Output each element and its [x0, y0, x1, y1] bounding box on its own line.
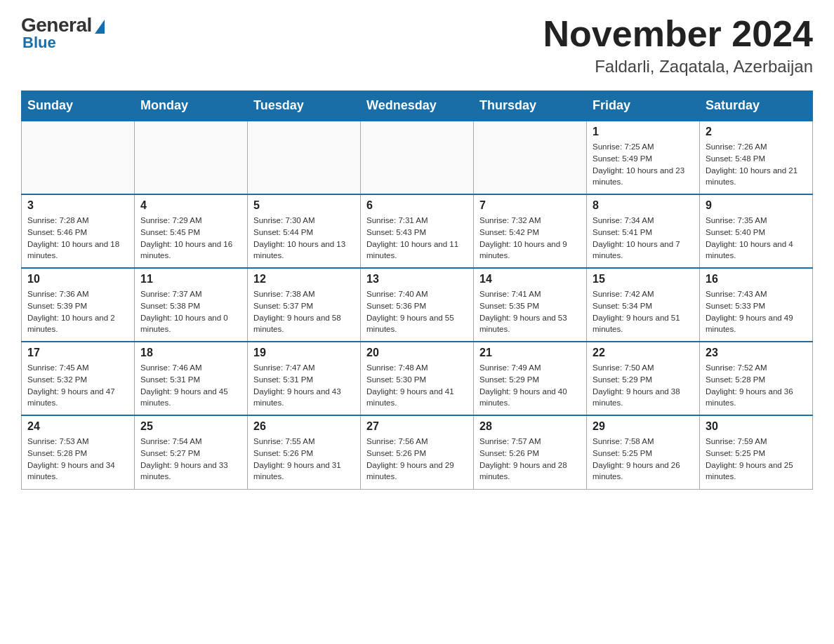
calendar-header-thursday: Thursday	[474, 91, 587, 121]
day-number: 21	[479, 347, 581, 359]
logo-blue-text: Blue	[21, 34, 56, 52]
day-info: Sunrise: 7:49 AM Sunset: 5:29 PM Dayligh…	[479, 362, 581, 409]
day-number: 29	[593, 420, 694, 433]
calendar-cell: 3Sunrise: 7:28 AM Sunset: 5:46 PM Daylig…	[22, 194, 135, 268]
calendar-cell: 24Sunrise: 7:53 AM Sunset: 5:28 PM Dayli…	[22, 415, 135, 489]
calendar-week-row-2: 3Sunrise: 7:28 AM Sunset: 5:46 PM Daylig…	[22, 194, 813, 268]
day-number: 22	[593, 347, 694, 359]
day-info: Sunrise: 7:55 AM Sunset: 5:26 PM Dayligh…	[253, 436, 355, 483]
calendar-cell: 2Sunrise: 7:26 AM Sunset: 5:48 PM Daylig…	[700, 121, 813, 194]
calendar-cell: 17Sunrise: 7:45 AM Sunset: 5:32 PM Dayli…	[22, 342, 135, 415]
calendar-cell: 26Sunrise: 7:55 AM Sunset: 5:26 PM Dayli…	[248, 415, 361, 489]
day-number: 15	[593, 273, 694, 286]
calendar-cell: 28Sunrise: 7:57 AM Sunset: 5:26 PM Dayli…	[474, 415, 587, 489]
day-info: Sunrise: 7:32 AM Sunset: 5:42 PM Dayligh…	[479, 215, 581, 262]
calendar-cell: 22Sunrise: 7:50 AM Sunset: 5:29 PM Dayli…	[587, 342, 700, 415]
calendar-cell: 19Sunrise: 7:47 AM Sunset: 5:31 PM Dayli…	[248, 342, 361, 415]
day-info: Sunrise: 7:59 AM Sunset: 5:25 PM Dayligh…	[706, 436, 807, 483]
day-number: 8	[593, 199, 694, 212]
day-info: Sunrise: 7:42 AM Sunset: 5:34 PM Dayligh…	[593, 288, 694, 335]
day-info: Sunrise: 7:26 AM Sunset: 5:48 PM Dayligh…	[706, 141, 807, 188]
day-info: Sunrise: 7:25 AM Sunset: 5:49 PM Dayligh…	[593, 141, 694, 188]
day-number: 20	[366, 347, 468, 359]
day-number: 13	[366, 273, 468, 286]
day-info: Sunrise: 7:48 AM Sunset: 5:30 PM Dayligh…	[366, 362, 468, 409]
calendar-cell: 25Sunrise: 7:54 AM Sunset: 5:27 PM Dayli…	[135, 415, 248, 489]
day-info: Sunrise: 7:58 AM Sunset: 5:25 PM Dayligh…	[593, 436, 694, 483]
calendar-table: SundayMondayTuesdayWednesdayThursdayFrid…	[21, 90, 813, 490]
day-info: Sunrise: 7:30 AM Sunset: 5:44 PM Dayligh…	[253, 215, 355, 262]
day-number: 25	[140, 420, 241, 433]
day-info: Sunrise: 7:50 AM Sunset: 5:29 PM Dayligh…	[593, 362, 694, 409]
calendar-week-row-4: 17Sunrise: 7:45 AM Sunset: 5:32 PM Dayli…	[22, 342, 813, 415]
day-number: 23	[706, 347, 807, 359]
calendar-cell: 7Sunrise: 7:32 AM Sunset: 5:42 PM Daylig…	[474, 194, 587, 268]
calendar-cell: 23Sunrise: 7:52 AM Sunset: 5:28 PM Dayli…	[700, 342, 813, 415]
calendar-week-row-5: 24Sunrise: 7:53 AM Sunset: 5:28 PM Dayli…	[22, 415, 813, 489]
calendar-cell: 15Sunrise: 7:42 AM Sunset: 5:34 PM Dayli…	[587, 268, 700, 342]
calendar-week-row-3: 10Sunrise: 7:36 AM Sunset: 5:39 PM Dayli…	[22, 268, 813, 342]
day-info: Sunrise: 7:57 AM Sunset: 5:26 PM Dayligh…	[479, 436, 581, 483]
calendar-cell: 18Sunrise: 7:46 AM Sunset: 5:31 PM Dayli…	[135, 342, 248, 415]
day-number: 12	[253, 273, 355, 286]
day-info: Sunrise: 7:53 AM Sunset: 5:28 PM Dayligh…	[27, 436, 128, 483]
day-info: Sunrise: 7:56 AM Sunset: 5:26 PM Dayligh…	[366, 436, 468, 483]
calendar-cell: 1Sunrise: 7:25 AM Sunset: 5:49 PM Daylig…	[587, 121, 700, 194]
day-number: 4	[140, 199, 241, 212]
day-info: Sunrise: 7:28 AM Sunset: 5:46 PM Dayligh…	[27, 215, 128, 262]
day-number: 27	[366, 420, 468, 433]
calendar-cell: 30Sunrise: 7:59 AM Sunset: 5:25 PM Dayli…	[700, 415, 813, 489]
month-year-title: November 2024	[543, 14, 813, 54]
calendar-cell: 20Sunrise: 7:48 AM Sunset: 5:30 PM Dayli…	[361, 342, 474, 415]
calendar-cell	[248, 121, 361, 194]
day-number: 6	[366, 199, 468, 212]
calendar-cell: 6Sunrise: 7:31 AM Sunset: 5:43 PM Daylig…	[361, 194, 474, 268]
day-number: 5	[253, 199, 355, 212]
day-info: Sunrise: 7:37 AM Sunset: 5:38 PM Dayligh…	[140, 288, 241, 335]
day-number: 30	[706, 420, 807, 433]
day-number: 17	[27, 347, 128, 359]
calendar-cell: 4Sunrise: 7:29 AM Sunset: 5:45 PM Daylig…	[135, 194, 248, 268]
day-info: Sunrise: 7:52 AM Sunset: 5:28 PM Dayligh…	[706, 362, 807, 409]
day-info: Sunrise: 7:34 AM Sunset: 5:41 PM Dayligh…	[593, 215, 694, 262]
day-number: 19	[253, 347, 355, 359]
day-info: Sunrise: 7:46 AM Sunset: 5:31 PM Dayligh…	[140, 362, 241, 409]
calendar-cell: 21Sunrise: 7:49 AM Sunset: 5:29 PM Dayli…	[474, 342, 587, 415]
day-number: 24	[27, 420, 128, 433]
calendar-header-tuesday: Tuesday	[248, 91, 361, 121]
calendar-cell	[474, 121, 587, 194]
calendar-cell: 11Sunrise: 7:37 AM Sunset: 5:38 PM Dayli…	[135, 268, 248, 342]
page-header: General Blue November 2024 Faldarli, Zaq…	[21, 14, 813, 76]
calendar-cell: 13Sunrise: 7:40 AM Sunset: 5:36 PM Dayli…	[361, 268, 474, 342]
calendar-cell: 12Sunrise: 7:38 AM Sunset: 5:37 PM Dayli…	[248, 268, 361, 342]
day-number: 10	[27, 273, 128, 286]
day-info: Sunrise: 7:43 AM Sunset: 5:33 PM Dayligh…	[706, 288, 807, 335]
calendar-header-row: SundayMondayTuesdayWednesdayThursdayFrid…	[22, 91, 813, 121]
day-info: Sunrise: 7:35 AM Sunset: 5:40 PM Dayligh…	[706, 215, 807, 262]
day-info: Sunrise: 7:36 AM Sunset: 5:39 PM Dayligh…	[27, 288, 128, 335]
calendar-cell	[22, 121, 135, 194]
day-info: Sunrise: 7:41 AM Sunset: 5:35 PM Dayligh…	[479, 288, 581, 335]
day-info: Sunrise: 7:54 AM Sunset: 5:27 PM Dayligh…	[140, 436, 241, 483]
day-number: 26	[253, 420, 355, 433]
day-number: 16	[706, 273, 807, 286]
calendar-header-friday: Friday	[587, 91, 700, 121]
calendar-cell: 5Sunrise: 7:30 AM Sunset: 5:44 PM Daylig…	[248, 194, 361, 268]
day-info: Sunrise: 7:29 AM Sunset: 5:45 PM Dayligh…	[140, 215, 241, 262]
calendar-cell: 9Sunrise: 7:35 AM Sunset: 5:40 PM Daylig…	[700, 194, 813, 268]
calendar-header-sunday: Sunday	[22, 91, 135, 121]
day-number: 28	[479, 420, 581, 433]
day-info: Sunrise: 7:40 AM Sunset: 5:36 PM Dayligh…	[366, 288, 468, 335]
calendar-header-saturday: Saturday	[700, 91, 813, 121]
day-info: Sunrise: 7:31 AM Sunset: 5:43 PM Dayligh…	[366, 215, 468, 262]
calendar-cell: 8Sunrise: 7:34 AM Sunset: 5:41 PM Daylig…	[587, 194, 700, 268]
day-number: 14	[479, 273, 581, 286]
day-number: 2	[706, 126, 807, 138]
calendar-cell	[135, 121, 248, 194]
calendar-cell: 27Sunrise: 7:56 AM Sunset: 5:26 PM Dayli…	[361, 415, 474, 489]
day-info: Sunrise: 7:47 AM Sunset: 5:31 PM Dayligh…	[253, 362, 355, 409]
day-number: 9	[706, 199, 807, 212]
calendar-cell: 16Sunrise: 7:43 AM Sunset: 5:33 PM Dayli…	[700, 268, 813, 342]
day-number: 18	[140, 347, 241, 359]
calendar-header-monday: Monday	[135, 91, 248, 121]
